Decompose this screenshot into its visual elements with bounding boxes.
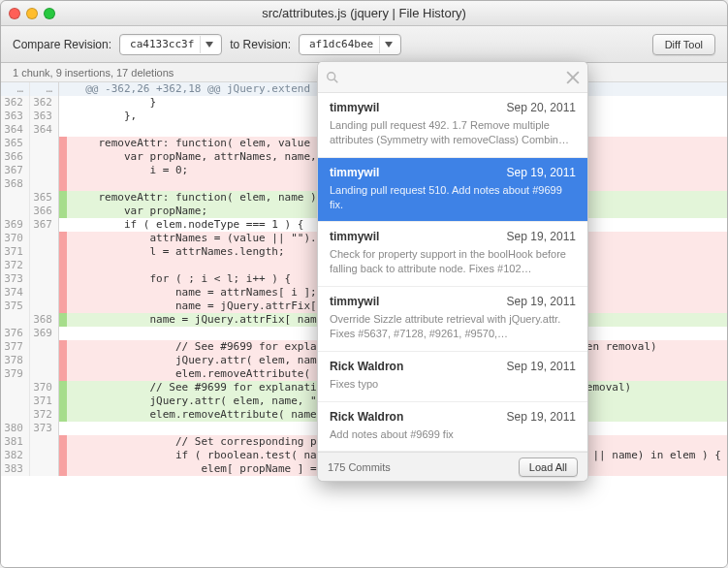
gutter-old: 372 <box>1 259 30 272</box>
gutter-new <box>30 137 59 150</box>
commit-picker-popover: timmywilSep 20, 2011Landing pull request… <box>317 61 588 482</box>
deletion-marker <box>59 462 67 476</box>
gutter-old: 373 <box>1 272 30 286</box>
gutter-new <box>30 259 59 272</box>
search-icon <box>326 71 339 84</box>
gutter-old: 366 <box>1 150 30 164</box>
titlebar: src/attributes.js (jquery | File History… <box>1 1 727 26</box>
svg-line-1 <box>334 79 338 82</box>
gutter-new: 365 <box>30 191 59 205</box>
gutter-old: 374 <box>1 286 30 300</box>
addition-marker <box>59 313 67 327</box>
gutter-new <box>30 150 59 164</box>
commit-date: Sep 19, 2011 <box>507 230 576 243</box>
close-icon[interactable] <box>566 71 580 84</box>
commit-item[interactable]: timmywilSep 19, 2011Landing pull request… <box>318 158 587 223</box>
deletion-marker <box>59 449 67 462</box>
gutter-old: 369 <box>1 218 30 232</box>
revision-from-dropdown[interactable]: ca4133cc3f <box>119 34 222 55</box>
gutter-new <box>30 272 59 286</box>
revision-from-value: ca4133cc3f <box>130 38 194 50</box>
revision-to-dropdown[interactable]: af1dc64bee <box>299 34 401 55</box>
gutter-old: 364 <box>1 123 30 137</box>
addition-marker <box>59 394 67 408</box>
gutter-new: 373 <box>30 422 59 435</box>
commit-author: Rick Waldron <box>330 410 403 424</box>
window-controls <box>9 8 55 19</box>
gutter-new <box>30 449 59 462</box>
gutter-new <box>30 177 59 191</box>
commit-message: Check for property support in the boolHo… <box>330 247 576 276</box>
close-window-button[interactable] <box>9 8 20 19</box>
commit-item[interactable]: Rick WaldronSep 19, 2011Fixes typo <box>318 352 587 402</box>
gutter-new <box>30 232 59 245</box>
commit-picker-footer: 175 Commits Load All <box>318 452 587 481</box>
commit-author: timmywil <box>330 295 379 308</box>
gutter-new: 369 <box>30 327 59 340</box>
gutter-new: 370 <box>30 381 59 394</box>
svg-point-0 <box>328 72 335 79</box>
to-label: to Revision: <box>230 38 291 51</box>
deletion-marker <box>59 340 67 354</box>
commit-item[interactable]: timmywilSep 19, 2011Override Sizzle attr… <box>318 287 587 352</box>
gutter-old: 376 <box>1 327 30 340</box>
gutter-old <box>1 313 30 327</box>
commit-item[interactable]: timmywilSep 20, 2011Landing pull request… <box>318 93 587 158</box>
revision-to-value: af1dc64bee <box>309 38 373 50</box>
gutter-new: … <box>30 82 59 96</box>
gutter-new: 372 <box>30 408 59 422</box>
gutter-old: 365 <box>1 137 30 150</box>
gutter-old: 379 <box>1 367 30 381</box>
deletion-marker <box>59 150 67 164</box>
addition-marker <box>59 381 67 394</box>
commit-date: Sep 19, 2011 <box>507 410 576 424</box>
gutter-old: … <box>1 82 30 96</box>
gutter-old: 370 <box>1 232 30 245</box>
commit-author: timmywil <box>330 101 379 114</box>
gutter-new <box>30 245 59 259</box>
gutter-old: 381 <box>1 435 30 449</box>
diff-tool-button[interactable]: Diff Tool <box>652 34 715 55</box>
gutter-new <box>30 340 59 354</box>
gutter-old: 362 <box>1 96 30 110</box>
load-all-button[interactable]: Load All <box>519 458 578 477</box>
commit-message: Override Sizzle attribute retrieval with… <box>330 312 576 341</box>
context-marker <box>59 422 67 435</box>
gutter-old: 371 <box>1 245 30 259</box>
commit-count: 175 Commits <box>328 461 391 473</box>
gutter-old: 380 <box>1 422 30 435</box>
gutter-new <box>30 300 59 313</box>
deletion-marker <box>59 286 67 300</box>
gutter-new: 367 <box>30 218 59 232</box>
deletion-marker <box>59 164 67 177</box>
commit-search-input[interactable] <box>347 71 558 84</box>
gutter-old: 377 <box>1 340 30 354</box>
minimize-window-button[interactable] <box>26 8 38 19</box>
commit-date: Sep 20, 2011 <box>507 101 576 114</box>
deletion-marker <box>59 177 67 191</box>
deletion-marker <box>59 232 67 245</box>
gutter-old: 367 <box>1 164 30 177</box>
commit-item[interactable]: Rick WaldronSep 19, 2011Add notes about … <box>318 402 587 453</box>
commit-message: Landing pull request 492. 1.7 Remove mul… <box>330 118 576 147</box>
commit-search-bar <box>318 62 587 93</box>
zoom-window-button[interactable] <box>44 8 55 19</box>
commit-author: timmywil <box>330 166 379 179</box>
gutter-old: 383 <box>1 462 30 476</box>
gutter-old <box>1 381 30 394</box>
commit-item[interactable]: timmywilSep 19, 2011Check for property s… <box>318 222 587 287</box>
gutter-old <box>1 394 30 408</box>
commit-author: Rick Waldron <box>330 360 403 373</box>
gutter-old: 378 <box>1 354 30 367</box>
context-marker <box>59 218 67 232</box>
commit-date: Sep 19, 2011 <box>507 295 576 308</box>
commit-list: timmywilSep 20, 2011Landing pull request… <box>318 93 587 452</box>
context-marker <box>59 327 67 340</box>
gutter-new: 364 <box>30 123 59 137</box>
deletion-marker <box>59 259 67 272</box>
gutter-new: 362 <box>30 96 59 110</box>
gutter-new <box>30 462 59 476</box>
gutter-new: 363 <box>30 110 59 123</box>
commit-date: Sep 19, 2011 <box>507 360 576 373</box>
commit-message: Add notes about #9699 fix <box>330 427 576 442</box>
